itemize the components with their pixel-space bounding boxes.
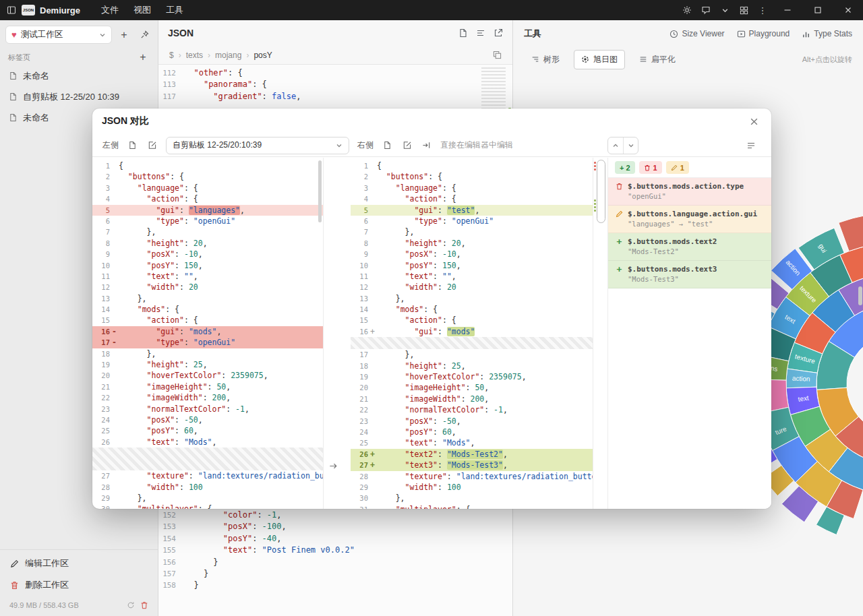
delete-workspace-button[interactable]: 删除工作区 bbox=[0, 574, 158, 596]
diff-sign bbox=[368, 361, 377, 371]
diff-editor-left[interactable]: 1{2 "buttons": {3 "language": {4 "action… bbox=[92, 158, 324, 509]
edit-workspace-button[interactable]: 编辑工作区 bbox=[0, 553, 158, 574]
trash-icon[interactable] bbox=[140, 601, 148, 609]
type-stats-button[interactable]: Type Stats bbox=[802, 29, 852, 38]
diff-code-line: 1{ bbox=[351, 160, 593, 171]
breadcrumb-separator-icon: › bbox=[208, 51, 210, 60]
left-scrollbar[interactable] bbox=[318, 160, 322, 222]
tab-label: 未命名 bbox=[23, 112, 49, 124]
menu-item[interactable]: 视图 bbox=[126, 1, 158, 19]
breadcrumb-item[interactable]: mojang bbox=[215, 51, 241, 60]
pin-icon[interactable] bbox=[136, 27, 152, 43]
copy-path-icon[interactable] bbox=[493, 51, 502, 59]
diff-code-line: 5 "gui": "test", bbox=[351, 205, 593, 216]
prev-diff-icon[interactable] bbox=[608, 137, 623, 154]
diff-change-item[interactable]: +$.buttons.mods.text3"Mods-Test3" bbox=[608, 261, 771, 288]
next-diff-icon[interactable] bbox=[623, 137, 638, 154]
menu-item[interactable]: 文件 bbox=[94, 1, 126, 19]
diff-sign bbox=[368, 171, 377, 182]
menu-item[interactable]: 工具 bbox=[158, 1, 191, 19]
settings-gear-icon[interactable] bbox=[678, 0, 696, 20]
refresh-icon[interactable] bbox=[127, 601, 135, 609]
storage-usage: 49.9 MB / 558.43 GB bbox=[9, 601, 79, 609]
diff-code-line: 2 "buttons": { bbox=[92, 171, 323, 182]
line-number: 19 bbox=[92, 359, 110, 370]
line-number: 30 bbox=[351, 493, 368, 503]
line-number: 12 bbox=[351, 282, 368, 292]
tab-tree-view[interactable]: 树形 bbox=[524, 50, 567, 69]
line-number: 154 bbox=[158, 533, 184, 545]
breadcrumb-item[interactable]: posY bbox=[254, 51, 272, 60]
overview-mark bbox=[594, 199, 596, 202]
diff-sign bbox=[110, 404, 119, 414]
tools-tabs: 树形旭日图扁平化 Alt+点击以旋转 bbox=[513, 47, 863, 71]
tab-flatten-view[interactable]: 扁平化 bbox=[632, 50, 683, 69]
workspace-selector[interactable]: ♥ 测试工作区 bbox=[5, 26, 112, 44]
breadcrumb-items: $›texts›mojang›posY bbox=[169, 51, 272, 60]
close-icon[interactable] bbox=[746, 113, 762, 129]
feedback-bubble-icon[interactable] bbox=[696, 0, 715, 20]
right-edit-icon[interactable] bbox=[398, 137, 415, 154]
format-icon[interactable] bbox=[476, 28, 485, 38]
left-file-icon[interactable] bbox=[124, 137, 140, 154]
code-line: 112 "other": { bbox=[158, 67, 480, 79]
extensions-icon[interactable] bbox=[734, 0, 753, 20]
diff-code-line: 27 "texture": "land:textures/radiation_b… bbox=[92, 470, 323, 481]
more-menu-icon[interactable]: ⋮ bbox=[753, 0, 772, 20]
add-workspace-button[interactable]: + bbox=[116, 27, 132, 43]
json-compare-dialog: JSON 对比 左侧 自剪贴板 12-25/20:10:39 右侧 直接在编辑器… bbox=[92, 109, 771, 509]
tab-sunburst-view[interactable]: 旭日图 bbox=[574, 50, 625, 69]
line-number: 16 bbox=[351, 326, 368, 337]
chevron-down-icon[interactable] bbox=[715, 0, 734, 20]
diff-editor-right[interactable]: 1{2 "buttons": {3 "language": {4 "action… bbox=[351, 158, 593, 509]
line-number: 17 bbox=[92, 337, 110, 348]
diff-code-line: 19 "hoverTextColor": 2359075, bbox=[351, 371, 593, 382]
diff-sign bbox=[110, 205, 119, 216]
line-number: 18 bbox=[351, 361, 368, 371]
left-edit-icon[interactable] bbox=[144, 137, 160, 154]
playground-button[interactable]: Playground bbox=[737, 29, 790, 38]
size-viewer-button[interactable]: Size Viewer bbox=[669, 29, 724, 38]
breadcrumb-separator-icon: › bbox=[246, 51, 249, 60]
overview-scrollbar-thumb[interactable] bbox=[597, 160, 605, 223]
added-count-badge: + 2 bbox=[615, 161, 635, 174]
line-number: 2 bbox=[92, 171, 110, 182]
diff-overview-ruler[interactable] bbox=[593, 158, 608, 509]
close-button[interactable] bbox=[833, 0, 863, 20]
diff-sign bbox=[368, 226, 377, 237]
tab-list-item[interactable]: 自剪贴板 12-25/20 10:39 bbox=[0, 86, 158, 107]
minimize-button[interactable] bbox=[772, 0, 802, 20]
diff-sign bbox=[110, 348, 119, 359]
diff-sign bbox=[110, 271, 119, 282]
left-source-select[interactable]: 自剪贴板 12-25/20:10:39 bbox=[166, 137, 349, 154]
breadcrumb-item[interactable]: texts bbox=[186, 51, 203, 60]
import-icon[interactable] bbox=[418, 137, 434, 154]
right-file-icon[interactable] bbox=[379, 137, 395, 154]
maximize-button[interactable] bbox=[802, 0, 833, 20]
diff-change-item[interactable]: +$.buttons.mods.text2"Mods-Test2" bbox=[608, 233, 771, 261]
diff-sign bbox=[110, 503, 119, 509]
export-icon[interactable] bbox=[494, 28, 503, 38]
diff-code-line: 13 }, bbox=[351, 293, 593, 304]
diff-changes-panel: + 2 1 1 $.buttons.mods.action.type"openG… bbox=[608, 158, 771, 509]
diff-code-line: 4 "action": { bbox=[351, 193, 593, 204]
diff-change-item[interactable]: $.buttons.mods.action.type"openGui" bbox=[608, 178, 771, 206]
change-list-view-icon[interactable] bbox=[743, 137, 759, 154]
breadcrumb: $›texts›mojang›posY bbox=[158, 46, 512, 65]
breadcrumb-item[interactable]: $ bbox=[169, 51, 174, 60]
sunburst-label: action bbox=[792, 374, 810, 382]
sunburst-arc[interactable] bbox=[839, 216, 863, 251]
line-number: 15 bbox=[351, 315, 368, 326]
diff-sign bbox=[110, 470, 119, 481]
line-number: 14 bbox=[92, 304, 110, 315]
new-document-icon[interactable] bbox=[458, 28, 468, 38]
diff-code-line: 30 }, bbox=[351, 493, 593, 503]
diff-change-item[interactable]: $.buttons.language.action.gui"languages"… bbox=[608, 206, 771, 233]
panel-scrollbar[interactable] bbox=[858, 286, 862, 305]
tab-list-item[interactable]: 未命名 bbox=[0, 65, 158, 86]
diff-sign bbox=[110, 414, 119, 425]
apply-change-arrow-icon[interactable] bbox=[328, 461, 338, 471]
diff-code-line: 20 "hoverTextColor": 2359075, bbox=[92, 370, 323, 381]
line-number: 155 bbox=[158, 545, 184, 556]
add-tab-button[interactable]: + bbox=[136, 51, 150, 64]
